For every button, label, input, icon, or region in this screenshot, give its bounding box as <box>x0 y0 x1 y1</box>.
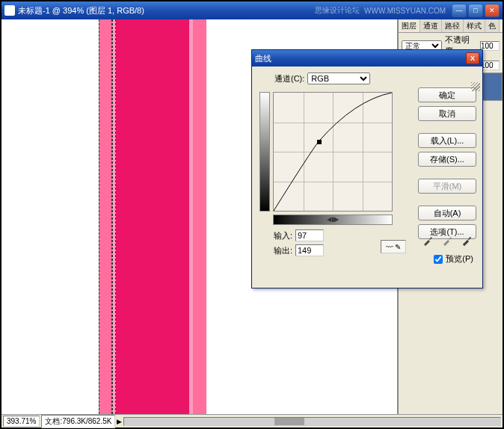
dialog-title-bar[interactable]: 曲线 X <box>252 50 482 67</box>
app-icon <box>4 5 15 16</box>
eyedropper-gray-icon[interactable] <box>442 234 454 246</box>
pencil-icon: ✎ <box>395 243 401 251</box>
eyedropper-black-icon[interactable] <box>422 234 434 246</box>
scrollbar-horizontal[interactable] <box>123 417 501 426</box>
tab-styles[interactable]: 样式 <box>464 19 485 32</box>
panel-tabs: 图层 通道 路径 样式 色 <box>399 19 503 33</box>
smooth-button: 平滑(M) <box>418 179 476 194</box>
input-label: 输入: <box>259 230 292 241</box>
curve-control-point[interactable] <box>317 140 322 144</box>
watermark-url: WWW.MISSYUAN.COM <box>364 7 446 15</box>
title-bar: 未标题-1 @ 394% (图层 1, RGB/8) 思缘设计论坛 WWW.MI… <box>1 1 503 19</box>
tab-channels[interactable]: 通道 <box>420 19 442 32</box>
canvas-stripe <box>116 19 189 414</box>
close-button[interactable]: ✕ <box>485 4 500 17</box>
zoom-field[interactable]: 393.71% <box>3 416 40 427</box>
channel-select[interactable]: RGB <box>307 72 370 84</box>
curves-dialog: 曲线 X 通道(C): RGB ◀▮▶ <box>251 49 483 288</box>
tab-color[interactable]: 色 <box>485 19 500 32</box>
curve-grid[interactable] <box>273 92 393 212</box>
dialog-close-button[interactable]: X <box>466 52 479 64</box>
curve-icon: 〰 <box>386 243 393 251</box>
tab-layers[interactable]: 图层 <box>399 19 420 32</box>
output-label: 输出: <box>259 245 292 256</box>
status-bar: 393.71% 文档:796.3K/862.5K ▶ <box>1 414 503 428</box>
auto-button[interactable]: 自动(A) <box>418 206 476 220</box>
ok-button[interactable]: 确定 <box>418 87 476 102</box>
tab-paths[interactable]: 路径 <box>442 19 464 32</box>
watermark-text: 思缘设计论坛 <box>315 5 360 16</box>
cancel-button[interactable]: 取消 <box>418 106 476 121</box>
y-gradient-bar <box>259 92 270 212</box>
channel-label: 通道(C): <box>274 73 304 84</box>
doc-size-field: 文档:796.3K/862.5K <box>41 415 115 428</box>
curve-path <box>274 93 392 211</box>
minimize-button[interactable]: — <box>452 4 467 17</box>
preview-checkbox[interactable] <box>434 255 443 264</box>
gradient-arrows-icon[interactable]: ◀▮▶ <box>327 216 339 223</box>
maximize-button[interactable]: □ <box>468 4 483 17</box>
output-value-field[interactable] <box>295 244 324 256</box>
chevron-right-icon[interactable]: ▶ <box>117 418 122 425</box>
load-button[interactable]: 载入(L)... <box>418 133 476 148</box>
curve-mode-toggle[interactable]: 〰 ✎ <box>381 240 406 253</box>
app-window: 未标题-1 @ 394% (图层 1, RGB/8) 思缘设计论坛 WWW.MI… <box>1 1 503 428</box>
resize-grip-icon[interactable] <box>471 82 480 91</box>
curve-editor <box>259 92 393 212</box>
eyedropper-white-icon[interactable] <box>461 234 473 246</box>
dialog-title: 曲线 <box>255 53 271 64</box>
canvas-stripe <box>99 19 112 414</box>
canvas-stripe <box>193 19 206 414</box>
document-title: 未标题-1 @ 394% (图层 1, RGB/8) <box>18 5 144 16</box>
save-button[interactable]: 存储(S)... <box>418 152 476 167</box>
preview-label: 预览(P) <box>446 253 473 265</box>
input-value-field[interactable] <box>295 229 324 241</box>
